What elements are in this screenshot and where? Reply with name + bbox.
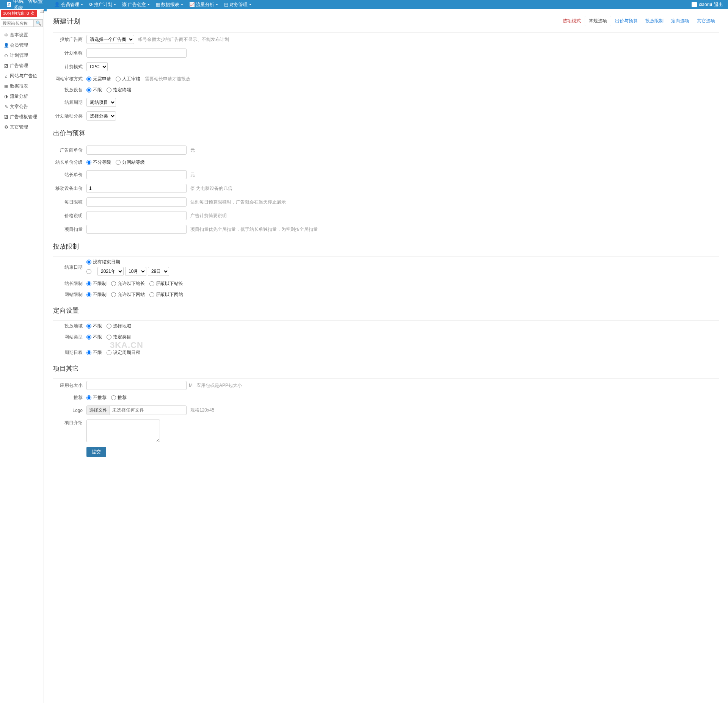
site-type-select[interactable]: 指定类目 bbox=[107, 334, 131, 340]
pub-price-input[interactable] bbox=[86, 170, 187, 179]
tab-limit[interactable]: 投放限制 bbox=[642, 16, 667, 26]
sidebar-item-label: 数据报表 bbox=[10, 83, 28, 89]
sidebar-item-2[interactable]: ⏲计划管理 bbox=[0, 50, 44, 61]
sidebar-item-5[interactable]: ▦数据报表 bbox=[0, 81, 44, 91]
tab-bid-budget[interactable]: 出价与预算 bbox=[611, 16, 642, 26]
recommend-no[interactable]: 不推荐 bbox=[86, 395, 107, 401]
topnav-item-3[interactable]: ▦数据报表 bbox=[153, 2, 186, 8]
sidebar-item-label: 流量分析 bbox=[10, 93, 28, 100]
section-target-title: 定向设置 bbox=[53, 306, 719, 315]
sidebar-item-8[interactable]: 🖼广告模板管理 bbox=[0, 112, 44, 122]
sidebar-icon: ⏲ bbox=[4, 53, 8, 58]
end-year-select[interactable]: 2021年 bbox=[97, 267, 124, 276]
site-limit-block[interactable]: 屏蔽以下网站 bbox=[149, 291, 183, 298]
nav-label: 会员管理 bbox=[61, 2, 79, 8]
end-date-radio[interactable] bbox=[86, 269, 93, 274]
intro-label: 项目介绍 bbox=[53, 420, 86, 426]
chevron-down-icon bbox=[216, 4, 218, 5]
review-manual[interactable]: 人工审核 bbox=[116, 76, 140, 82]
schedule-set[interactable]: 设定周期日程 bbox=[107, 349, 140, 356]
submit-button[interactable]: 提交 bbox=[86, 447, 106, 457]
review-none[interactable]: 无需申请 bbox=[86, 76, 111, 82]
mobile-bid-input[interactable] bbox=[86, 184, 187, 193]
daily-limit-hint: 达到每日预算限额时，广告就会在当天停止展示 bbox=[190, 199, 286, 205]
sidebar-icon: ▦ bbox=[4, 84, 8, 89]
advertiser-select[interactable]: 请选择一个广告商 bbox=[86, 35, 134, 44]
recommend-yes[interactable]: 推荐 bbox=[111, 395, 127, 401]
avatar-icon: ◼ bbox=[692, 2, 697, 7]
section-other-title: 项目其它 bbox=[53, 364, 719, 373]
billing-select[interactable]: CPC bbox=[86, 62, 108, 71]
end-month-select[interactable]: 10月 bbox=[125, 267, 146, 276]
logout-link[interactable]: 退出 bbox=[714, 2, 723, 8]
site-limit-allow[interactable]: 允许以下网站 bbox=[111, 291, 145, 298]
sidebar-search-input[interactable] bbox=[1, 19, 34, 27]
site-limit-none[interactable]: 不限制 bbox=[86, 291, 107, 298]
sidebar-icon: ✎ bbox=[4, 104, 8, 109]
sidebar-item-9[interactable]: ✪其它管理 bbox=[0, 122, 44, 132]
topnav-item-4[interactable]: 📈流量分析 bbox=[186, 2, 221, 8]
end-none[interactable]: 没有结束日期 bbox=[86, 259, 120, 265]
main-content: 新建计划 选项模式 常规选项 出价与预算 投放限制 定向选项 其它选项 投放广告… bbox=[44, 9, 728, 703]
tab-other[interactable]: 其它选项 bbox=[693, 16, 719, 26]
category-select[interactable]: 选择分类 bbox=[86, 111, 116, 121]
sidebar-search-button[interactable]: 🔍 bbox=[34, 19, 43, 27]
top-right: ◼ xiaorui 退出 bbox=[692, 2, 725, 8]
file-choose-button[interactable]: 选择文件 bbox=[87, 406, 110, 415]
topnav-item-2[interactable]: 🖼广告创意 bbox=[119, 2, 153, 8]
username[interactable]: xiaorui bbox=[699, 2, 712, 7]
plan-name-input[interactable] bbox=[86, 49, 187, 58]
tab-general[interactable]: 常规选项 bbox=[585, 16, 611, 26]
level-site[interactable]: 分网站等级 bbox=[116, 159, 145, 166]
page-title: 新建计划 bbox=[53, 17, 80, 26]
sidebar-item-label: 网站与广告位 bbox=[10, 73, 37, 79]
nav-icon: 🖼 bbox=[122, 2, 127, 7]
sidebar-item-6[interactable]: ◑流量分析 bbox=[0, 91, 44, 102]
topnav-item-0[interactable]: 👤会员管理 bbox=[51, 2, 86, 8]
topnav-item-1[interactable]: ⟳推广计划 bbox=[86, 2, 119, 8]
adv-price-unit: 元 bbox=[190, 147, 195, 153]
sidebar-item-0[interactable]: ⚙基本设置 bbox=[0, 30, 44, 40]
sidebar-item-4[interactable]: ⌂网站与广告位 bbox=[0, 71, 44, 81]
sidebar-collapse-icon[interactable] bbox=[40, 10, 44, 13]
topnav-item-5[interactable]: ▤财务管理 bbox=[221, 2, 254, 8]
logo-file-input[interactable]: 选择文件 未选择任何文件 bbox=[86, 406, 187, 415]
device-specific[interactable]: 指定终端 bbox=[107, 87, 131, 93]
pub-price-label: 站长单价 bbox=[53, 172, 86, 178]
cycle-select[interactable]: 周结项目 bbox=[86, 98, 116, 107]
pub-limit-none[interactable]: 不限制 bbox=[86, 280, 107, 287]
tab-mode[interactable]: 选项模式 bbox=[559, 16, 585, 26]
schedule-all[interactable]: 不限 bbox=[86, 349, 102, 356]
daily-limit-input[interactable] bbox=[86, 197, 187, 207]
level-none[interactable]: 不分等级 bbox=[86, 159, 111, 166]
pub-limit-block[interactable]: 屏蔽以下站长 bbox=[149, 280, 183, 287]
price-desc-input[interactable] bbox=[86, 211, 187, 220]
sidebar-item-7[interactable]: ✎文章公告 bbox=[0, 102, 44, 112]
device-all[interactable]: 不限 bbox=[86, 87, 102, 93]
adv-price-input[interactable] bbox=[86, 146, 187, 155]
sidebar-item-1[interactable]: 👤会员管理 bbox=[0, 40, 44, 50]
review-label: 网站审核方式 bbox=[53, 76, 86, 82]
region-select[interactable]: 选择地域 bbox=[107, 323, 131, 329]
mobile-bid-label: 移动设备出价 bbox=[53, 185, 86, 192]
intro-textarea[interactable] bbox=[86, 420, 160, 442]
sidebar-icon: 🖼 bbox=[4, 64, 8, 68]
sidebar-item-label: 广告模板管理 bbox=[10, 114, 37, 120]
sidebar-item-label: 文章公告 bbox=[10, 103, 28, 110]
tab-target[interactable]: 定向选项 bbox=[667, 16, 693, 26]
region-all[interactable]: 不限 bbox=[86, 323, 102, 329]
section-bid-title: 出价与预算 bbox=[53, 129, 719, 138]
sidebar-icon: ⚙ bbox=[4, 33, 8, 38]
discount-input[interactable] bbox=[86, 225, 187, 234]
app-size-input[interactable] bbox=[86, 381, 187, 390]
sidebar-item-3[interactable]: 🖼广告管理 bbox=[0, 61, 44, 71]
chevron-down-icon bbox=[147, 4, 150, 5]
category-label: 计划活动分类 bbox=[53, 113, 86, 119]
review-hint: 需要站长申请才能投放 bbox=[145, 76, 190, 82]
discount-hint: 项目扣量优先全局扣量，低于站长单独扣量，为空则按全局扣量 bbox=[190, 226, 318, 233]
end-day-select[interactable]: 29日 bbox=[148, 267, 169, 276]
pub-limit-label: 站长限制 bbox=[53, 280, 86, 287]
pub-limit-allow[interactable]: 允许以下站长 bbox=[111, 280, 145, 287]
device-label: 投放设备 bbox=[53, 87, 86, 93]
site-type-all[interactable]: 不限 bbox=[86, 334, 102, 340]
